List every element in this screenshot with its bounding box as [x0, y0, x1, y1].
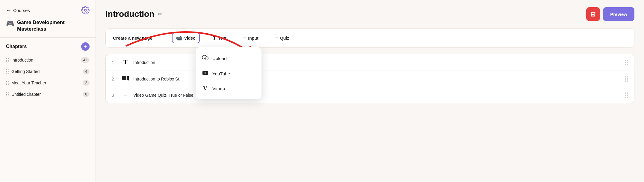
drag-handle-icon	[6, 92, 9, 96]
youtube-icon	[202, 70, 209, 78]
text-button[interactable]: T Text	[209, 34, 230, 43]
sidebar-divider	[0, 37, 96, 38]
chapter-item-meet-your-teacher[interactable]: Meet Your Teacher 2	[0, 77, 96, 89]
vimeo-label: Vimeo	[212, 86, 225, 91]
back-arrow-icon: ←	[6, 7, 11, 14]
chapter-count: 4	[83, 69, 90, 74]
page-list: 1 T Introduction 2 Introduction to Roblo…	[105, 54, 634, 103]
preview-button[interactable]: Preview	[603, 7, 634, 21]
svg-marker-6	[127, 76, 129, 80]
settings-icon[interactable]	[81, 6, 90, 14]
chapter-name: Meet Your Teacher	[11, 80, 80, 85]
quiz-button[interactable]: ≡ Quiz	[272, 34, 293, 43]
page-row-3[interactable]: 3 ≡ Video Game Quiz! True or False!	[106, 87, 634, 103]
chapter-item-untitled[interactable]: Untitled chapter 0	[0, 89, 96, 100]
course-title: Game Development Masterclass	[17, 19, 90, 32]
main-content: Introduction ✏ Preview Create a new page…	[96, 0, 644, 182]
video-type-icon	[122, 76, 129, 82]
youtube-label: YouTube	[212, 71, 230, 76]
video-label: Video	[184, 36, 196, 41]
sidebar-top: ← Courses	[0, 6, 96, 19]
dropdown-item-youtube[interactable]: YouTube	[196, 66, 261, 81]
drag-handle-icon	[6, 58, 9, 62]
back-link[interactable]: ← Courses	[6, 7, 30, 14]
upload-icon	[202, 54, 209, 62]
row-dots-icon	[625, 60, 628, 65]
back-label: Courses	[13, 8, 30, 13]
header-actions: Preview	[586, 7, 634, 21]
chapter-item-getting-started[interactable]: Getting Started 4	[0, 66, 96, 77]
main-header: Introduction ✏ Preview	[105, 7, 634, 21]
chapters-header: Chapters +	[0, 42, 96, 54]
page-number: 2	[112, 77, 118, 81]
page-row-1[interactable]: 1 T Introduction	[106, 54, 634, 71]
course-title-section: 🎮 Game Development Masterclass	[0, 19, 96, 37]
gamepad-icon: 🎮	[6, 20, 14, 28]
page-title: Introduction	[105, 9, 154, 19]
input-label: Input	[248, 36, 258, 41]
page-title-row: Introduction ✏	[105, 9, 162, 19]
page-number: 1	[112, 60, 118, 65]
input-icon: ≡	[243, 35, 246, 41]
text-icon: T	[213, 35, 216, 41]
text-type-icon: T	[122, 59, 129, 66]
chapter-list: Introduction 41 Getting Started 4 Meet Y…	[0, 54, 96, 100]
quiz-label: Quiz	[280, 36, 289, 41]
chapter-name: Getting Started	[11, 69, 80, 74]
chapter-name: Introduction	[11, 58, 78, 62]
cloud-upload-icon	[202, 54, 208, 61]
quiz-type-icon: ≡	[122, 92, 129, 98]
chapter-name: Untitled chapter	[11, 92, 80, 97]
drag-handle-icon	[6, 69, 9, 74]
chapter-item-introduction[interactable]: Introduction 41	[0, 54, 96, 66]
upload-label: Upload	[212, 56, 227, 61]
row-dots-icon	[625, 76, 628, 82]
chapter-count: 2	[83, 80, 90, 86]
edit-icon[interactable]: ✏	[158, 11, 162, 17]
trash-icon	[590, 11, 596, 17]
delete-button[interactable]	[586, 7, 600, 21]
drag-handle-icon	[6, 81, 9, 85]
youtube-play-icon	[202, 70, 208, 76]
page-number: 3	[112, 93, 118, 98]
toolbar-divider	[162, 34, 162, 42]
svg-point-0	[84, 9, 87, 11]
chapter-count: 0	[83, 92, 90, 97]
chapter-count: 41	[81, 57, 90, 63]
quiz-icon: ≡	[275, 35, 278, 41]
input-button[interactable]: ≡ Input	[240, 34, 262, 43]
row-dots-icon	[625, 93, 628, 98]
video-icon: 📹	[176, 35, 182, 41]
video-camera-icon	[122, 76, 129, 80]
add-chapter-button[interactable]: +	[81, 42, 90, 51]
vimeo-icon: V	[202, 85, 209, 92]
video-dropdown: Upload YouTube V Vimeo	[196, 47, 261, 99]
sidebar: ← Courses 🎮 Game Development Masterclass…	[0, 0, 96, 182]
svg-rect-5	[122, 76, 126, 80]
page-row-2[interactable]: 2 Introduction to Roblox St...	[106, 71, 634, 87]
chapters-label: Chapters	[6, 44, 27, 49]
video-button[interactable]: 📹 Video	[172, 33, 200, 43]
dropdown-item-upload[interactable]: Upload	[196, 51, 261, 66]
text-label: Text	[218, 36, 226, 41]
create-toolbar: Create a new page 📹 Video T Text ≡ Input…	[105, 28, 634, 48]
dropdown-item-vimeo[interactable]: V Vimeo	[196, 81, 261, 96]
create-label: Create a new page	[113, 35, 152, 41]
